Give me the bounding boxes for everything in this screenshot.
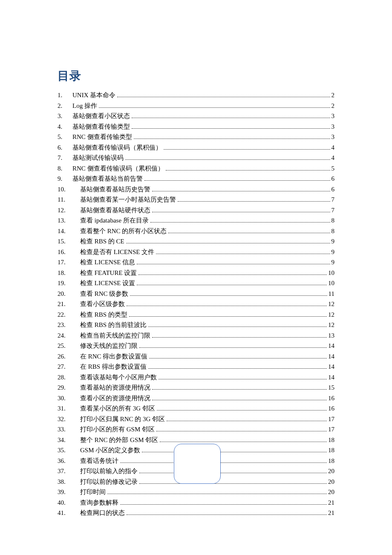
toc-entry[interactable]: 28.查看该基站每个小区用户数14: [58, 372, 334, 383]
toc-entry-page: 20: [328, 477, 334, 487]
toc-entry[interactable]: 16.检查是否有 LICENSE 文件9: [58, 247, 334, 257]
toc-entry[interactable]: 29.查看基站的资源使用情况15: [58, 382, 334, 393]
toc-entry[interactable]: 23.检查 RBS 的当前驻波比12: [58, 320, 334, 330]
toc-entry[interactable]: 22.检查 RBS 的类型12: [58, 309, 334, 320]
toc-entry-number: 9.: [58, 173, 72, 184]
toc-entry[interactable]: 30.查看小区的资源使用情况16: [58, 393, 334, 404]
toc-leader-dots: [125, 155, 330, 160]
toc-entry-title: 基站侧查看基站硬件状态: [80, 205, 150, 216]
toc-entry-title: 修改天线的监控门限: [80, 341, 138, 351]
toc-entry[interactable]: 39.打印时间20: [58, 487, 334, 497]
toc-entry-page: 13: [328, 330, 334, 341]
toc-entry-number: 31.: [58, 403, 80, 414]
toc-entry[interactable]: 37.打印以前输入的指令20: [58, 466, 334, 477]
toc-entry[interactable]: 21.查看小区级参数12: [58, 299, 334, 309]
toc-entry[interactable]: 41.检查网口的状态21: [58, 508, 334, 518]
toc-entry-title: 基站侧查看某一小时基站历史告警: [80, 194, 176, 205]
toc-entry[interactable]: 25.修改天线的监控门限14: [58, 341, 334, 351]
toc-entry-page: 20: [328, 487, 334, 497]
toc-entry-number: 37.: [58, 466, 80, 477]
toc-entry[interactable]: 33.打印小区的所有 GSM 邻区17: [58, 424, 334, 435]
toc-entry[interactable]: 31.查看某小区的所有 3G 邻区16: [58, 403, 334, 414]
toc-entry[interactable]: 13.查看 ipdatabase 所在目录8: [58, 215, 334, 226]
toc-entry-title: GSM 小区的定义参数: [80, 445, 140, 456]
toc-leader-dots: [99, 103, 330, 108]
toc-entry-title: 查询参数解释: [80, 497, 118, 508]
toc-entry[interactable]: 4.基站侧查看传输类型3: [58, 121, 334, 132]
toc-leader-dots: [127, 301, 327, 306]
toc-leader-dots: [149, 353, 327, 358]
toc-entry-number: 28.: [58, 372, 80, 383]
toc-entry[interactable]: 27.在 RBS 得出参数设置值14: [58, 361, 334, 372]
toc-entry-title: 打印以前输入的指令: [80, 466, 138, 477]
toc-entry[interactable]: 15.检查 RBS 的 CE9: [58, 236, 334, 247]
toc-entry-page: 7: [331, 205, 335, 216]
toc-entry-page: 17: [328, 424, 334, 435]
toc-entry[interactable]: 38.打印以前的修改记录20: [58, 477, 334, 487]
toc-leader-dots: [134, 134, 330, 139]
toc-entry-number: 6.: [58, 142, 72, 153]
toc-entry[interactable]: 36.查看话务统计18: [58, 456, 334, 466]
toc-entry-title: 检查 FEATURE 设置: [80, 268, 137, 278]
toc-entry[interactable]: 6.基站侧查看传输误码（累积值）4: [58, 142, 334, 153]
toc-entry-title: 检查 LICENSE 设置: [80, 278, 135, 289]
toc-leader-dots: [132, 124, 330, 129]
toc-entry-page: 21: [328, 508, 334, 518]
toc-entry-number: 14.: [58, 226, 80, 237]
toc-entry[interactable]: 8.RNC 侧查看传输误码（累积值）5: [58, 163, 334, 174]
toc-entry-title: 检查当前天线的监控门限: [80, 330, 150, 341]
toc-entry[interactable]: 18.检查 FEATURE 设置10: [58, 268, 334, 278]
toc-entry-page: 12: [328, 320, 334, 330]
toc-entry-title: Log 操作: [72, 101, 97, 111]
toc-entry[interactable]: 1.UNIX 基本命令2: [58, 90, 334, 101]
toc-leader-dots: [129, 312, 327, 317]
toc-entry[interactable]: 20.查看 RNC 级参数11: [58, 289, 334, 299]
toc-leader-dots: [167, 416, 327, 421]
toc-entry-number: 12.: [58, 205, 80, 216]
toc-entry-number: 41.: [58, 508, 80, 518]
toc-entry-number: 13.: [58, 215, 80, 226]
toc-entry-title: 基站侧查看基站当前告警: [72, 173, 143, 184]
toc-entry[interactable]: 34.整个 RNC 的外部 GSM 邻区18: [58, 435, 334, 445]
toc-entry[interactable]: 10.基站侧查看基站历史告警6: [58, 184, 334, 195]
toc-entry[interactable]: 17.检查 LICENSE 信息9: [58, 257, 334, 268]
toc-entry-page: 16: [328, 393, 334, 404]
toc-entry-page: 3: [331, 121, 335, 132]
toc-entry-title: 基站测试传输误码: [72, 153, 124, 163]
toc-entry[interactable]: 19.检查 LICENSE 设置10: [58, 278, 334, 289]
toc-entry[interactable]: 26.在 RNC 得出参数设置值14: [58, 351, 334, 362]
toc-entry[interactable]: 12.基站侧查看基站硬件状态7: [58, 205, 334, 216]
toc-entry-number: 19.: [58, 278, 80, 289]
toc-entry-page: 16: [328, 403, 334, 414]
toc-entry[interactable]: 9.基站侧查看基站当前告警6: [58, 173, 334, 184]
toc-leader-dots: [152, 207, 330, 212]
toc-entry[interactable]: 40.查询参数解释21: [58, 497, 334, 508]
toc-entry-page: 18: [328, 435, 334, 445]
toc-entry-number: 11.: [58, 194, 80, 205]
toc-entry[interactable]: 32.打印小区归属 RNC 的 3G 邻区17: [58, 414, 334, 425]
toc-entry[interactable]: 5.RNC 侧查看传输类型3: [58, 132, 334, 142]
toc-entry-title: 检查 RBS 的 CE: [80, 236, 124, 247]
toc-entry-title: 检查 RBS 的当前驻波比: [80, 320, 147, 330]
toc-leader-dots: [152, 395, 327, 400]
toc-entry[interactable]: 11.基站侧查看某一小时基站历史告警7: [58, 194, 334, 205]
toc-entry-page: 18: [328, 445, 334, 456]
toc-entry[interactable]: 7.基站测试传输误码4: [58, 153, 334, 163]
toc-entry[interactable]: 35.GSM 小区的定义参数18: [58, 445, 334, 456]
toc-leader-dots: [156, 427, 327, 432]
toc-entry-number: 26.: [58, 351, 80, 362]
toc-entry[interactable]: 14.查看整个 RNC 的所有小区状态8: [58, 226, 334, 237]
toc-entry[interactable]: 2.Log 操作2: [58, 101, 334, 111]
toc-leader-dots: [127, 510, 327, 515]
toc-entry-page: 14: [328, 372, 334, 383]
toc-entry-number: 27.: [58, 361, 80, 372]
toc-leader-dots: [117, 92, 330, 98]
toc-entry-page: 18: [328, 456, 334, 466]
toc-entry-page: 14: [328, 341, 334, 351]
toc-entry-title: 查看基站的资源使用情况: [80, 382, 150, 393]
toc-entry-title: RNC 侧查看传输误码（累积值）: [72, 163, 164, 174]
toc-leader-dots: [159, 374, 327, 379]
toc-entry-page: 11: [329, 289, 334, 299]
toc-entry[interactable]: 24.检查当前天线的监控门限13: [58, 330, 334, 341]
toc-entry[interactable]: 3.基站侧查看小区状态3: [58, 111, 334, 121]
